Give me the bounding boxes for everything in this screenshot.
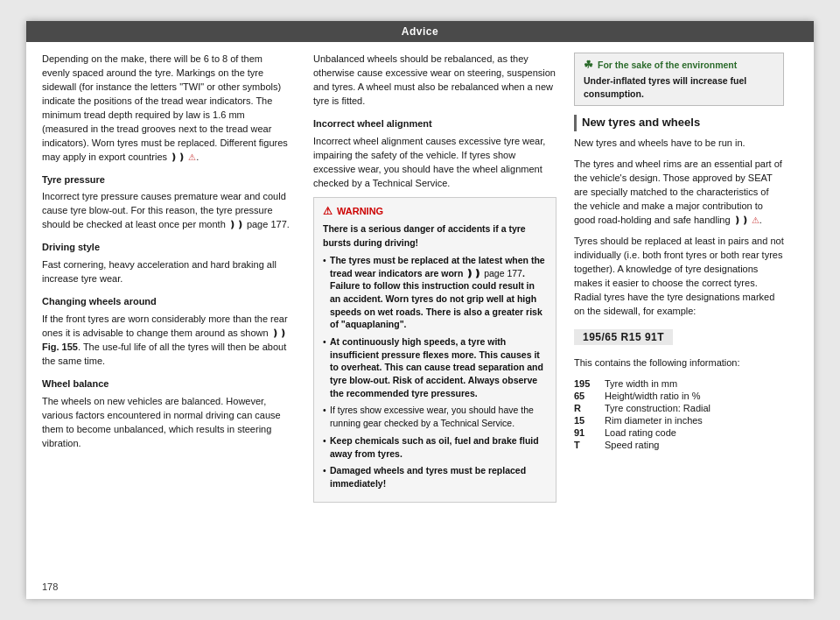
tyre-replacement-text: Tyres should be replaced at least in pai… (574, 235, 784, 319)
tyre-spec-desc: Rim diameter in inches (605, 414, 710, 426)
tyre-spec-code: 195 (574, 377, 605, 390)
driving-style-title: Driving style (42, 241, 292, 255)
tyre-example-container: 195/65 R15 91T (574, 325, 784, 349)
tyre-spec-row: 15 Rim diameter in inches (574, 414, 710, 426)
tyre-spec-row: R Tyre construction: Radial (574, 402, 710, 414)
tyre-spec-row: 65 Height/width ratio in % (574, 390, 710, 402)
new-tyres-text1: The tyres and wheel rims are an essentia… (574, 158, 784, 228)
tyre-spec-code: R (574, 402, 605, 414)
env-body: Under-inflated tyres will increase fuel … (584, 74, 774, 100)
intro-text: Depending on the make, there will be 6 t… (42, 53, 292, 165)
col-left: Depending on the make, there will be 6 t… (26, 53, 306, 510)
incorrect-alignment-title: Incorrect wheel alignment (313, 117, 556, 131)
tyre-spec-row: 195 Tyre width in mm (574, 377, 710, 390)
warn-triangle-right-icon: ⚠ (752, 215, 760, 225)
header-bar: Advice (26, 21, 814, 42)
header-title: Advice (402, 25, 438, 38)
tyre-spec-desc: Tyre width in mm (605, 377, 710, 390)
warning-intro: There is a serious danger of accidents i… (323, 222, 547, 249)
warning-body: There is a serious danger of accidents i… (323, 222, 547, 490)
warn-triangle-icon: ⚠ (188, 152, 196, 162)
tyre-spec-code: 65 (574, 390, 605, 402)
col-middle: Unbalanced wheels should be rebalanced, … (306, 53, 569, 510)
warning-bullet-3: If tyres show excessive wear, you should… (323, 404, 547, 429)
unbalanced-text: Unbalanced wheels should be rebalanced, … (313, 53, 556, 109)
environment-box: ☘ For the sake of the environment Under-… (574, 53, 784, 106)
env-header-label: For the sake of the environment (598, 60, 737, 70)
tyre-spec-row: T Speed rating (574, 439, 710, 451)
warning-label: WARNING (337, 206, 383, 216)
tyre-spec-code: T (574, 439, 605, 451)
fig155-ref: Fig. 155 (42, 342, 78, 352)
wheel-balance-title: Wheel balance (42, 377, 292, 391)
warning-bullet-1: The tyres must be replaced at the latest… (323, 254, 547, 331)
tyre-pressure-body: Incorrect tyre pressure causes premature… (42, 190, 292, 232)
tyre-spec-desc: Tyre construction: Radial (605, 402, 710, 414)
driving-style-body: Fast cornering, heavy acceleration and h… (42, 258, 292, 286)
warning-bullet-4: Keep chemicals such as oil, fuel and bra… (323, 434, 547, 460)
warning-bullet-5: Damaged wheels and tyres must be replace… (323, 464, 547, 490)
tyre-specs-table: 195 Tyre width in mm 65 Height/width rat… (574, 377, 710, 451)
new-tyres-title: New tyres and wheels (574, 115, 784, 131)
page-number: 178 (42, 581, 58, 592)
tyre-spec-row: 91 Load rating code (574, 426, 710, 439)
warning-triangle-icon: ⚠ (323, 205, 332, 217)
tyre-spec-desc: Height/width ratio in % (605, 390, 710, 402)
changing-wheels-title: Changing wheels around (42, 295, 292, 309)
warning-header: ⚠ WARNING (323, 205, 547, 217)
tyre-spec-code: 15 (574, 414, 605, 426)
col-right: ☘ For the sake of the environment Under-… (569, 53, 796, 510)
wheel-balance-body: The wheels on new vehicles are balanced.… (42, 395, 292, 451)
warning-box: ⚠ WARNING There is a serious danger of a… (313, 197, 556, 502)
leaf-icon: ☘ (584, 59, 593, 71)
tyre-spec-desc: Speed rating (605, 439, 710, 451)
tyre-spec-code: 91 (574, 426, 605, 439)
incorrect-alignment-text: Incorrect wheel alignment causes excessi… (313, 135, 556, 191)
env-header: ☘ For the sake of the environment (584, 59, 774, 71)
tyre-pressure-title: Tyre pressure (42, 173, 292, 187)
content: Depending on the make, there will be 6 t… (26, 42, 814, 520)
contains-text: This contains the following information: (574, 356, 784, 370)
new-tyres-intro: New tyres and wheels have to be run in. (574, 137, 784, 151)
page: Advice Depending on the make, there will… (26, 21, 814, 599)
tyre-example: 195/65 R15 91T (574, 329, 673, 345)
changing-wheels-body: If the front tyres are worn considerably… (42, 313, 292, 369)
warning-bullet-2: At continuously high speeds, a tyre with… (323, 335, 547, 399)
tyre-spec-desc: Load rating code (605, 426, 710, 439)
